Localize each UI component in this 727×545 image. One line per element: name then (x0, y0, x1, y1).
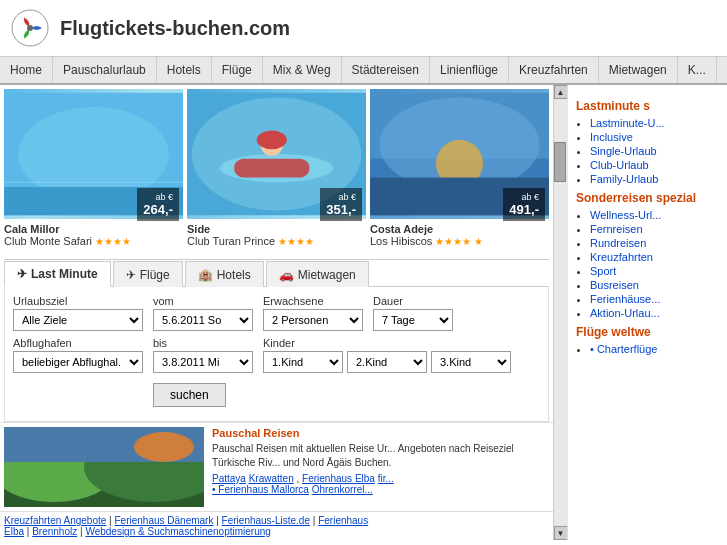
sidebar-aktion-item[interactable]: Aktion-Urlau... (590, 307, 719, 319)
pauschal-title: Pauschal Reisen (212, 427, 549, 439)
nav-pauschalurlaub[interactable]: Pauschalurlaub (53, 57, 157, 83)
sidebar-fernreisen-item[interactable]: Fernreisen (590, 223, 719, 235)
travel-card-side[interactable]: ab € 351,- Side Club Turan Prince ★★★★ (187, 89, 366, 251)
tab-hotels-label: Hotels (217, 268, 251, 282)
tab-mietwagen[interactable]: 🚗 Mietwagen (266, 261, 369, 287)
travel-card-cala-millor[interactable]: ab € 264,- Cala Millor Club Monte Safari… (4, 89, 183, 251)
kind3-select[interactable]: 3.Kind (431, 351, 511, 373)
tabs-section: ✈ Last Minute ✈ Flüge 🏨 Hotels 🚗 Mietwag… (4, 259, 549, 422)
sidebar-kreuzfahrten-item[interactable]: Kreuzfahrten (590, 251, 719, 263)
blink-ferienhaus-daenemark[interactable]: Ferienhaus Dänemark (114, 515, 213, 526)
nav-more[interactable]: K... (678, 57, 717, 83)
scrollbar-up-button[interactable]: ▲ (554, 85, 568, 99)
kind2-select[interactable]: 2.Kind (347, 351, 427, 373)
sidebar-ski-sport-item[interactable]: Sport (590, 265, 719, 277)
bottom-links: Kreuzfahrten Angebote | Ferienhaus Dänem… (0, 511, 553, 540)
bis-select[interactable]: 3.8.2011 Mi (153, 351, 253, 373)
form-row-1: Urlaubsziel Alle Ziele Ägypten Spanien T… (13, 295, 540, 331)
scrollbar-track[interactable] (554, 99, 568, 526)
kinder-selects: 1.Kind 2.Kind 3.Kind (263, 351, 511, 373)
blink-brennholz[interactable]: Brennholz (32, 526, 77, 537)
footer-links: Pattaya Krawatten , Ferienhaus Elba fir.… (212, 473, 549, 495)
bis-group: bis 3.8.2011 Mi (153, 337, 253, 373)
card-info-2: Side Club Turan Prince ★★★★ (187, 219, 366, 251)
nav-home[interactable]: Home (0, 57, 53, 83)
sidebar-sonderreisen-title: Sonderreisen spezial (576, 191, 719, 205)
content-scroll-area: ab € 264,- Cala Millor Club Monte Safari… (0, 85, 567, 540)
sidebar-family-item[interactable]: Family-Urlaub (590, 173, 719, 185)
urlaubsziel-select[interactable]: Alle Ziele Ägypten Spanien Türkei (13, 309, 143, 331)
tab-mietwagen-label: Mietwagen (298, 268, 356, 282)
sidebar-ferienhauser-item[interactable]: Ferienhäuse... (590, 293, 719, 305)
blink-kreuzfahrten[interactable]: Kreuzfahrten Angebote (4, 515, 106, 526)
plane-icon-2: ✈ (126, 268, 136, 282)
scrollbar-down-button[interactable]: ▼ (554, 526, 568, 540)
svg-point-22 (134, 432, 194, 462)
vom-label: vom (153, 295, 253, 307)
plane-icon-1: ✈ (17, 267, 27, 281)
vom-select[interactable]: 5.6.2011 So (153, 309, 253, 331)
svg-rect-11 (234, 159, 309, 178)
bis-label: bis (153, 337, 253, 349)
tab-fluege[interactable]: ✈ Flüge (113, 261, 183, 287)
erwachsene-label: Erwachsene (263, 295, 363, 307)
form-row-2: Abflughafen beliebiger Abflughal... bis … (13, 337, 540, 373)
tab-last-minute[interactable]: ✈ Last Minute (4, 261, 111, 287)
footer-link-fir[interactable]: fir... (378, 473, 394, 484)
price-tag-3: ab € 491,- (503, 188, 545, 221)
footer-link-pattaya[interactable]: Pattaya (212, 473, 246, 484)
footer-link-mallorca[interactable]: • Ferienhaus Mallorca (212, 484, 309, 495)
svg-point-1 (27, 25, 33, 31)
vertical-scrollbar[interactable]: ▲ ▼ (553, 85, 567, 540)
footer-link-krawatten[interactable]: Krawatten (249, 473, 294, 484)
price-tag-2: ab € 351,- (320, 188, 362, 221)
blink-ferienhaus[interactable]: Ferienhaus (318, 515, 368, 526)
erwachsene-group: Erwachsene 2 Personen 1 Person 3 Persone… (263, 295, 363, 331)
nav-linienfluege[interactable]: Linienflüge (430, 57, 509, 83)
footer-right: Pauschal Reisen Pauschal Reisen mit aktu… (212, 427, 549, 507)
nav-mix-weg[interactable]: Mix & Weg (263, 57, 342, 83)
sidebar-single-item[interactable]: Single-Urlaub (590, 145, 719, 157)
nav-staedtereisen[interactable]: Städtereisen (342, 57, 430, 83)
card-info-1: Cala Millor Club Monte Safari ★★★★ (4, 219, 183, 251)
tabs-row: ✈ Last Minute ✈ Flüge 🏨 Hotels 🚗 Mietwag… (4, 260, 549, 287)
search-button[interactable]: suchen (153, 383, 226, 407)
header: Flugtickets-buchen.com (0, 0, 727, 57)
footer-link-ferienhaus-elba[interactable]: Ferienhaus Elba (302, 473, 375, 484)
blink-ferienhaus-liste[interactable]: Ferienhaus-Liste.de (222, 515, 310, 526)
tab-hotels[interactable]: 🏨 Hotels (185, 261, 264, 287)
nav-mietwagen[interactable]: Mietwagen (599, 57, 678, 83)
sidebar-busreisen-item[interactable]: Busreisen (590, 279, 719, 291)
blink-elba[interactable]: Elba (4, 526, 24, 537)
blink-webdesign[interactable]: Webdesign & Suchmaschinenoptimierung (85, 526, 270, 537)
dauer-select[interactable]: 7 Tage 3 Tage 5 Tage 10 Tage 14 Tage (373, 309, 453, 331)
footer-area: Pauschal Reisen Pauschal Reisen mit aktu… (0, 422, 553, 511)
sidebar-inclusive-item[interactable]: Inclusive (590, 131, 719, 143)
urlaubsziel-group: Urlaubsziel Alle Ziele Ägypten Spanien T… (13, 295, 143, 331)
footer-left (4, 427, 204, 507)
nav-kreuzfahrten[interactable]: Kreuzfahrten (509, 57, 599, 83)
footer-link-ohren[interactable]: Ohrenkorrel... (312, 484, 373, 495)
vom-group: vom 5.6.2011 So (153, 295, 253, 331)
nav-hotels[interactable]: Hotels (157, 57, 212, 83)
kinder-label: Kinder (263, 337, 511, 349)
travel-card-costa-adeje[interactable]: ab € 491,- Costa Adeje Los Hibiscos ★★★★… (370, 89, 549, 251)
abflughafen-select[interactable]: beliebiger Abflughal... (13, 351, 143, 373)
svg-point-10 (257, 130, 287, 149)
sidebar-club-item[interactable]: Club-Urlaub (590, 159, 719, 171)
sidebar-charter-item[interactable]: • Charterflüge (590, 343, 719, 355)
tab-lastminute-label: Last Minute (31, 267, 98, 281)
sidebar-lastminute-item-1[interactable]: Lastminute-U... (590, 117, 719, 129)
erwachsene-select[interactable]: 2 Personen 1 Person 3 Personen 4 Persone… (263, 309, 363, 331)
kind1-select[interactable]: 1.Kind (263, 351, 343, 373)
logo-icon (10, 8, 50, 48)
sidebar-wellness-item[interactable]: Wellness-Url... (590, 209, 719, 221)
sidebar-rundreisen-item[interactable]: Rundreisen (590, 237, 719, 249)
sidebar: Lastminute s Lastminute-U... Inclusive S… (567, 85, 727, 540)
main: ab € 264,- Cala Millor Club Monte Safari… (0, 85, 727, 540)
pauschal-text: Pauschal Reisen mit aktuellen Reise Ur..… (212, 442, 549, 470)
nav-fluege[interactable]: Flüge (212, 57, 263, 83)
travel-cards: ab € 264,- Cala Millor Club Monte Safari… (0, 85, 553, 255)
scrollbar-thumb[interactable] (554, 142, 566, 182)
footer-landscape-image (4, 427, 204, 507)
